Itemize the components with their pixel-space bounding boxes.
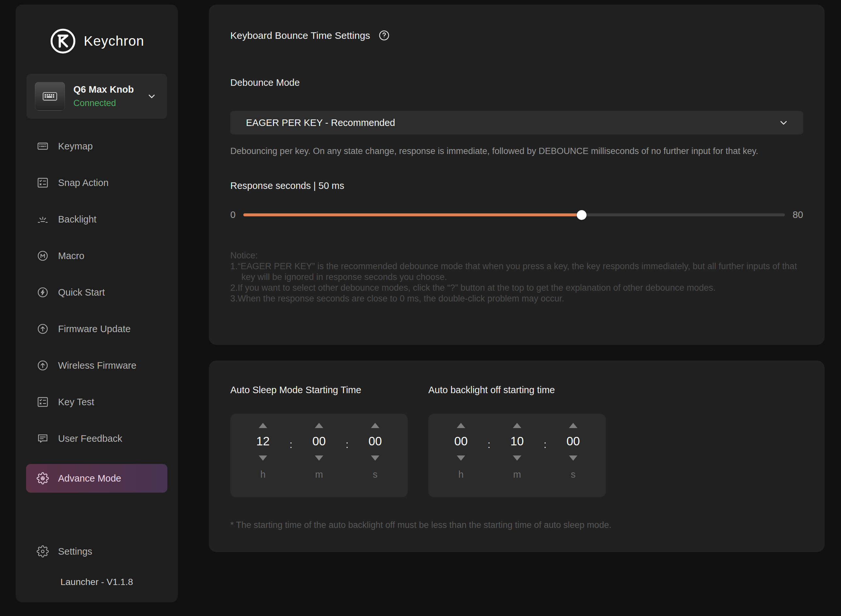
selected-debounce-mode: EAGER PER KEY - Recommended [246,117,778,128]
slider-fill [243,213,582,216]
device-status: Connected [73,98,146,108]
time-pickers-row: Auto Sleep Mode Starting Time 12 h : 00 [230,385,803,497]
colon-separator: : [346,439,349,497]
hours-unit-label: h [459,469,464,480]
sidebar-item-label: Key Test [58,397,94,408]
sidebar-item-label: Quick Start [58,287,105,298]
wireless-firmware-icon [37,359,49,372]
seconds-value: 00 [368,435,382,448]
slider-max-label: 80 [793,210,803,220]
sidebar-item-quick-start[interactable]: Quick Start [26,281,167,304]
sidebar-item-keymap[interactable]: Keymap [26,135,167,157]
seconds-stepper: 00 s [558,423,589,497]
notice-block: Notice: 1.“EAGER PER KEY” is the recomme… [230,250,803,304]
sidebar-item-label: Advance Mode [58,473,121,484]
bounce-settings-card: Keyboard Bounce Time Settings Debounce M… [209,4,825,345]
seconds-increment-button[interactable] [371,423,379,428]
help-icon [378,29,390,41]
seconds-value: 00 [566,435,580,448]
page-title: Keyboard Bounce Time Settings [230,30,370,41]
notice-item: 1.“EAGER PER KEY” is the recommended deb… [230,261,803,283]
hours-decrement-button[interactable] [259,456,267,461]
notice-item: 3.When the response seconds are close to… [230,293,803,304]
auto-sleep-time-picker: 12 h : 00 m : [230,414,408,497]
hours-decrement-button[interactable] [457,456,465,461]
colon-separator: : [488,439,491,497]
user-feedback-icon [37,432,49,445]
notice-heading: Notice: [230,250,803,261]
seconds-decrement-button[interactable] [371,456,379,461]
sidebar-item-label: Firmware Update [58,324,130,334]
card-header: Keyboard Bounce Time Settings [230,29,803,41]
response-slider-row: 0 80 [230,210,803,220]
sidebar-item-wireless-firmware[interactable]: Wireless Firmware [26,354,167,377]
auto-sleep-card: Auto Sleep Mode Starting Time 12 h : 00 [209,361,825,552]
macro-icon [37,249,49,262]
sidebar-item-backlight[interactable]: Backlight [26,208,167,230]
response-seconds-label: Response seconds | 50 ms [230,180,803,191]
auto-backlight-title: Auto backlight off starting time [428,385,606,395]
keychron-logo-icon [49,28,77,55]
sidebar-item-snap-action[interactable]: Snap Action [26,172,167,194]
sidebar-item-label: Macro [58,251,85,261]
sidebar-item-key-test[interactable]: Key Test [26,391,167,413]
launcher-version: Launcher - V1.1.8 [26,577,167,587]
auto-sleep-group: Auto Sleep Mode Starting Time 12 h : 00 [230,385,408,497]
device-selector[interactable]: Q6 Max Knob Connected [26,74,167,119]
sidebar-item-settings[interactable]: Settings [26,540,167,562]
backlight-note: * The starting time of the auto backligh… [230,520,803,530]
device-name: Q6 Max Knob [73,84,146,95]
seconds-increment-button[interactable] [569,423,577,428]
sidebar: Keychron Q6 Max Knob Connected [16,4,178,602]
snap-action-icon [37,176,49,189]
seconds-decrement-button[interactable] [569,456,577,461]
help-button[interactable] [378,29,390,41]
keyboard-device-icon [35,82,65,111]
chevron-down-icon [778,117,790,129]
sidebar-item-label: Keymap [58,141,93,152]
minutes-increment-button[interactable] [513,423,521,428]
sidebar-item-label: Backlight [58,214,97,225]
firmware-update-icon [37,323,49,335]
sidebar-menu: Keymap Snap Action Backlight [26,135,167,587]
sidebar-item-label: Wireless Firmware [58,360,136,371]
sidebar-item-macro[interactable]: Macro [26,245,167,267]
quick-start-icon [37,286,49,299]
colon-separator: : [290,439,293,497]
minutes-stepper: 10 m [501,423,533,497]
key-test-icon [37,396,49,408]
auto-backlight-group: Auto backlight off starting time 00 h : … [428,385,606,497]
hours-increment-button[interactable] [457,423,465,428]
debounce-mode-select[interactable]: EAGER PER KEY - Recommended [230,111,803,134]
minutes-unit-label: m [315,469,323,480]
minutes-unit-label: m [513,469,521,480]
minutes-value: 00 [312,435,325,448]
sidebar-item-advance-mode[interactable]: Advance Mode [26,464,167,493]
hours-value: 00 [454,435,467,448]
slider-min-label: 0 [230,210,236,220]
brand-logo: Keychron [26,28,167,55]
minutes-stepper: 00 m [303,423,335,497]
sidebar-item-label: Snap Action [58,177,108,188]
keymap-icon [37,140,49,153]
seconds-unit-label: s [373,469,378,480]
seconds-unit-label: s [571,469,576,480]
minutes-decrement-button[interactable] [315,456,323,461]
sidebar-item-firmware-update[interactable]: Firmware Update [26,318,167,340]
response-slider[interactable] [243,213,785,216]
auto-sleep-title: Auto Sleep Mode Starting Time [230,385,408,395]
sidebar-item-label: User Feedback [58,433,122,444]
backlight-icon [37,213,49,226]
debounce-mode-description: Debouncing per key. On any state change,… [230,145,803,157]
settings-gear-icon [37,545,49,557]
hours-stepper: 00 h [445,423,477,497]
minutes-increment-button[interactable] [315,423,323,428]
advance-mode-icon [37,472,49,484]
hours-increment-button[interactable] [259,423,267,428]
hours-stepper: 12 h [247,423,278,497]
minutes-decrement-button[interactable] [513,456,521,461]
slider-thumb[interactable] [577,210,586,220]
sidebar-item-user-feedback[interactable]: User Feedback [26,427,167,450]
hours-value: 12 [256,435,270,448]
chevron-down-icon [146,91,157,102]
